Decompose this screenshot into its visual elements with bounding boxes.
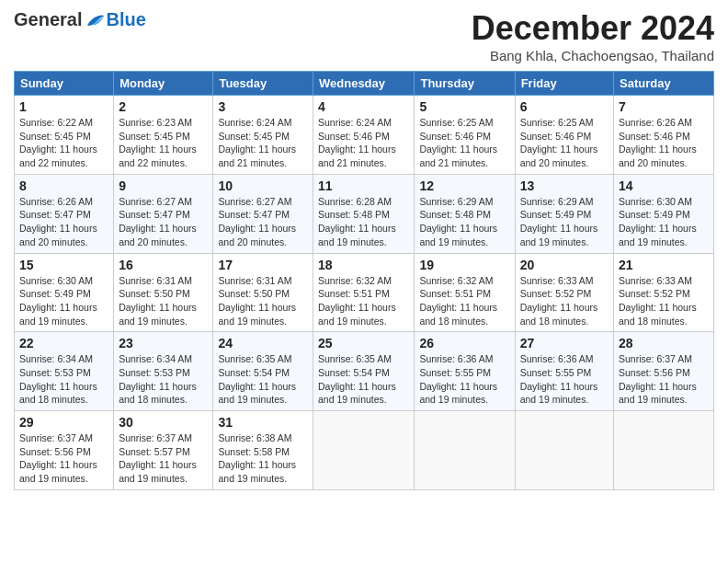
- day-info: Sunrise: 6:32 AMSunset: 5:51 PMDaylight:…: [419, 274, 509, 328]
- day-info: Sunrise: 6:30 AMSunset: 5:49 PMDaylight:…: [19, 274, 108, 328]
- calendar-table: SundayMondayTuesdayWednesdayThursdayFrid…: [14, 71, 714, 490]
- calendar-cell: 6Sunrise: 6:25 AMSunset: 5:46 PMDaylight…: [515, 96, 613, 175]
- day-number: 3: [218, 99, 308, 114]
- calendar-cell: 25Sunrise: 6:35 AMSunset: 5:54 PMDayligh…: [313, 332, 415, 411]
- calendar-cell: 20Sunrise: 6:33 AMSunset: 5:52 PMDayligh…: [515, 253, 613, 332]
- day-info: Sunrise: 6:26 AMSunset: 5:47 PMDaylight:…: [19, 195, 108, 249]
- day-number: 8: [19, 178, 108, 193]
- day-number: 31: [218, 415, 308, 430]
- calendar-week-row: 8Sunrise: 6:26 AMSunset: 5:47 PMDaylight…: [15, 174, 714, 253]
- day-info: Sunrise: 6:29 AMSunset: 5:48 PMDaylight:…: [419, 195, 509, 249]
- calendar-header-row: SundayMondayTuesdayWednesdayThursdayFrid…: [15, 72, 714, 96]
- calendar-week-row: 29Sunrise: 6:37 AMSunset: 5:56 PMDayligh…: [15, 411, 714, 490]
- day-info: Sunrise: 6:37 AMSunset: 5:56 PMDaylight:…: [619, 352, 709, 407]
- calendar-week-row: 1Sunrise: 6:22 AMSunset: 5:45 PMDaylight…: [15, 96, 714, 175]
- day-number: 1: [19, 99, 108, 114]
- calendar-week-row: 22Sunrise: 6:34 AMSunset: 5:53 PMDayligh…: [15, 332, 714, 411]
- day-info: Sunrise: 6:33 AMSunset: 5:52 PMDaylight:…: [520, 274, 609, 328]
- day-info: Sunrise: 6:26 AMSunset: 5:46 PMDaylight:…: [619, 116, 709, 170]
- calendar-cell: 19Sunrise: 6:32 AMSunset: 5:51 PMDayligh…: [415, 253, 515, 332]
- day-number: 26: [419, 336, 509, 350]
- logo: General Blue: [14, 9, 146, 30]
- calendar-cell: 1Sunrise: 6:22 AMSunset: 5:45 PMDaylight…: [15, 96, 114, 175]
- calendar-cell: [415, 411, 515, 490]
- page-header: General Blue December 2024 Bang Khla, Ch…: [14, 9, 714, 63]
- calendar-cell: 7Sunrise: 6:26 AMSunset: 5:46 PMDaylight…: [614, 96, 714, 175]
- day-number: 28: [619, 336, 709, 350]
- day-info: Sunrise: 6:31 AMSunset: 5:50 PMDaylight:…: [218, 274, 308, 328]
- month-title: December 2024: [472, 9, 714, 48]
- day-info: Sunrise: 6:24 AMSunset: 5:45 PMDaylight:…: [218, 116, 308, 170]
- calendar-cell: 11Sunrise: 6:28 AMSunset: 5:48 PMDayligh…: [313, 174, 415, 253]
- day-info: Sunrise: 6:38 AMSunset: 5:58 PMDaylight:…: [218, 431, 308, 486]
- day-number: 19: [419, 258, 509, 272]
- location-subtitle: Bang Khla, Chachoengsao, Thailand: [472, 48, 714, 63]
- day-number: 12: [419, 178, 509, 193]
- day-number: 23: [119, 336, 208, 350]
- calendar-cell: 2Sunrise: 6:23 AMSunset: 5:45 PMDaylight…: [114, 96, 213, 175]
- day-number: 11: [318, 178, 409, 193]
- calendar-cell: 16Sunrise: 6:31 AMSunset: 5:50 PMDayligh…: [114, 253, 213, 332]
- day-of-week-header: Thursday: [415, 72, 515, 96]
- day-info: Sunrise: 6:37 AMSunset: 5:56 PMDaylight:…: [19, 431, 108, 486]
- calendar-cell: 13Sunrise: 6:29 AMSunset: 5:49 PMDayligh…: [515, 174, 613, 253]
- calendar-cell: [614, 411, 714, 490]
- day-number: 29: [19, 415, 108, 430]
- day-info: Sunrise: 6:28 AMSunset: 5:48 PMDaylight:…: [318, 195, 409, 249]
- calendar-week-row: 15Sunrise: 6:30 AMSunset: 5:49 PMDayligh…: [15, 253, 714, 332]
- title-block: December 2024 Bang Khla, Chachoengsao, T…: [472, 9, 714, 63]
- day-info: Sunrise: 6:31 AMSunset: 5:50 PMDaylight:…: [119, 274, 208, 328]
- logo-general-text: General: [14, 9, 82, 30]
- calendar-cell: 24Sunrise: 6:35 AMSunset: 5:54 PMDayligh…: [213, 332, 313, 411]
- day-number: 25: [318, 336, 409, 350]
- day-info: Sunrise: 6:36 AMSunset: 5:55 PMDaylight:…: [520, 352, 609, 407]
- calendar-cell: 14Sunrise: 6:30 AMSunset: 5:49 PMDayligh…: [614, 174, 714, 253]
- day-info: Sunrise: 6:23 AMSunset: 5:45 PMDaylight:…: [119, 116, 208, 170]
- calendar-cell: 15Sunrise: 6:30 AMSunset: 5:49 PMDayligh…: [15, 253, 114, 332]
- calendar-cell: [515, 411, 613, 490]
- day-number: 4: [318, 99, 409, 114]
- calendar-cell: 9Sunrise: 6:27 AMSunset: 5:47 PMDaylight…: [114, 174, 213, 253]
- day-info: Sunrise: 6:25 AMSunset: 5:46 PMDaylight:…: [520, 116, 609, 170]
- calendar-cell: 21Sunrise: 6:33 AMSunset: 5:52 PMDayligh…: [614, 253, 714, 332]
- calendar-cell: 31Sunrise: 6:38 AMSunset: 5:58 PMDayligh…: [213, 411, 313, 490]
- day-number: 2: [119, 99, 208, 114]
- day-number: 10: [218, 178, 308, 193]
- day-number: 27: [520, 336, 609, 350]
- calendar-cell: 23Sunrise: 6:34 AMSunset: 5:53 PMDayligh…: [114, 332, 213, 411]
- calendar-cell: 17Sunrise: 6:31 AMSunset: 5:50 PMDayligh…: [213, 253, 313, 332]
- day-number: 6: [520, 99, 609, 114]
- day-number: 21: [619, 258, 709, 272]
- day-of-week-header: Friday: [515, 72, 613, 96]
- day-number: 18: [318, 258, 409, 272]
- calendar-cell: 30Sunrise: 6:37 AMSunset: 5:57 PMDayligh…: [114, 411, 213, 490]
- day-info: Sunrise: 6:22 AMSunset: 5:45 PMDaylight:…: [19, 116, 108, 170]
- day-info: Sunrise: 6:24 AMSunset: 5:46 PMDaylight:…: [318, 116, 409, 170]
- day-of-week-header: Tuesday: [213, 72, 313, 96]
- calendar-cell: 18Sunrise: 6:32 AMSunset: 5:51 PMDayligh…: [313, 253, 415, 332]
- calendar-cell: 22Sunrise: 6:34 AMSunset: 5:53 PMDayligh…: [15, 332, 114, 411]
- day-info: Sunrise: 6:27 AMSunset: 5:47 PMDaylight:…: [119, 195, 208, 249]
- calendar-cell: 3Sunrise: 6:24 AMSunset: 5:45 PMDaylight…: [213, 96, 313, 175]
- day-number: 24: [218, 336, 308, 350]
- calendar-cell: 10Sunrise: 6:27 AMSunset: 5:47 PMDayligh…: [213, 174, 313, 253]
- calendar-cell: 29Sunrise: 6:37 AMSunset: 5:56 PMDayligh…: [15, 411, 114, 490]
- day-number: 15: [19, 258, 108, 272]
- day-number: 13: [520, 178, 609, 193]
- calendar-cell: 27Sunrise: 6:36 AMSunset: 5:55 PMDayligh…: [515, 332, 613, 411]
- day-info: Sunrise: 6:34 AMSunset: 5:53 PMDaylight:…: [119, 352, 208, 407]
- day-number: 14: [619, 178, 709, 193]
- day-of-week-header: Monday: [114, 72, 213, 96]
- day-info: Sunrise: 6:32 AMSunset: 5:51 PMDaylight:…: [318, 274, 409, 328]
- day-of-week-header: Wednesday: [313, 72, 415, 96]
- day-info: Sunrise: 6:37 AMSunset: 5:57 PMDaylight:…: [119, 431, 208, 486]
- day-number: 7: [619, 99, 709, 114]
- calendar-cell: 8Sunrise: 6:26 AMSunset: 5:47 PMDaylight…: [15, 174, 114, 253]
- day-info: Sunrise: 6:34 AMSunset: 5:53 PMDaylight:…: [19, 352, 108, 407]
- calendar-cell: 4Sunrise: 6:24 AMSunset: 5:46 PMDaylight…: [313, 96, 415, 175]
- day-info: Sunrise: 6:30 AMSunset: 5:49 PMDaylight:…: [619, 195, 709, 249]
- day-number: 17: [218, 258, 308, 272]
- logo-blue-text: Blue: [106, 9, 145, 30]
- day-number: 22: [19, 336, 108, 350]
- calendar-cell: [313, 411, 415, 490]
